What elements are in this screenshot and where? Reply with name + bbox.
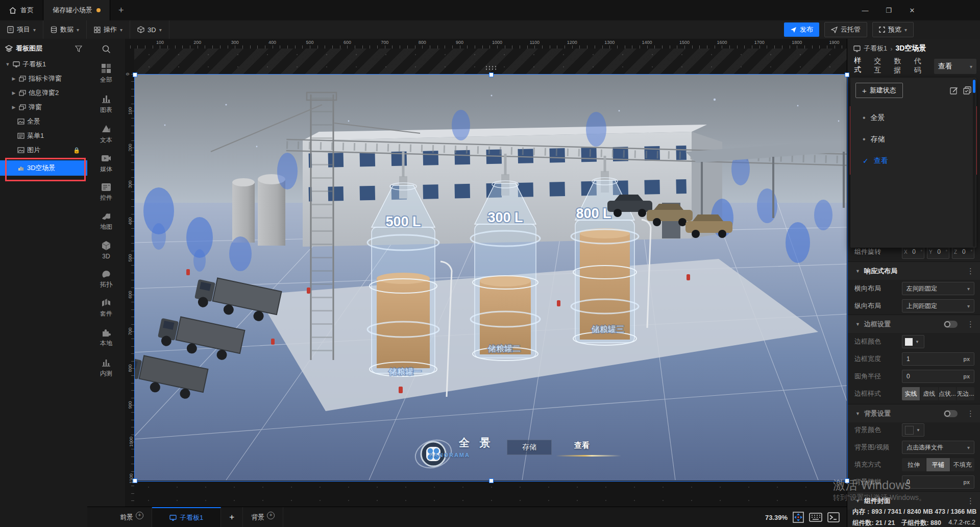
maximize-button[interactable]: ❐ (877, 0, 900, 20)
board-tab-active[interactable]: 子看板1 (152, 507, 221, 527)
state-selector[interactable]: 查看 ▾ (934, 59, 976, 74)
chevron-down-icon: ▾ (970, 64, 972, 69)
keyboard-icon[interactable] (809, 513, 822, 522)
strip-item-beta[interactable]: 内测 (100, 357, 112, 378)
strip-item-map[interactable]: 地图 (100, 211, 112, 231)
v-ruler: 010020030040050060070080090010001100 (125, 49, 135, 507)
menu-3d[interactable]: 3D▾ (130, 20, 169, 39)
fill-mode-row: 填充方式 拉伸 平铺 不填充 (847, 456, 980, 473)
v-layout-select[interactable]: 上间距固定▾ (902, 299, 974, 313)
caret-right-icon[interactable]: ▶ (11, 76, 16, 81)
tab-code[interactable]: 代码 (914, 57, 926, 79)
close-button[interactable]: ✕ (900, 0, 924, 20)
fill-none[interactable]: 不填充 (950, 458, 974, 471)
chevron-down-icon: ▾ (967, 286, 970, 292)
add-foreground-icon[interactable]: + (136, 512, 143, 519)
strip-item-local[interactable]: 本地 (100, 327, 112, 348)
strip-item-text[interactable]: 文本 (100, 124, 112, 145)
border-style-none[interactable]: 无边... (957, 387, 974, 400)
caret-right-icon[interactable]: ▶ (11, 90, 16, 95)
caret-right-icon[interactable]: ▶ (11, 105, 16, 110)
fill-tile[interactable]: 平铺 (926, 458, 951, 471)
border-style-dashed[interactable]: 虚线 (920, 387, 939, 400)
plus-icon: + (862, 86, 867, 95)
strip-item-kit[interactable]: 套件 (100, 298, 112, 318)
caret-down-icon: ▼ (855, 411, 860, 416)
background-color-picker[interactable]: ▼ (902, 423, 924, 437)
preview-button[interactable]: 预览 ▾ (872, 22, 914, 37)
menu-data[interactable]: 数据▾ (43, 20, 87, 39)
tab-style[interactable]: 样式 (854, 56, 866, 80)
home-tab[interactable]: 首页 (0, 0, 43, 20)
publish-button[interactable]: 发布 (784, 22, 819, 37)
caret-down-icon[interactable]: ▼ (5, 62, 10, 67)
tree-item-image[interactable]: 图片 🔒 (0, 143, 87, 157)
tree-item-3d-scene[interactable]: 3D空场景 (0, 160, 87, 176)
home-icon (9, 7, 16, 14)
tree-item-menu1[interactable]: 菜单1 (0, 129, 87, 143)
dropdown-scrollbar[interactable] (973, 79, 975, 247)
kebab-menu-icon[interactable]: ⋮ (967, 267, 974, 276)
state-item-view-active[interactable]: ✓ 查看 (851, 150, 974, 172)
border-style-solid[interactable]: 实线 (902, 387, 920, 400)
scene-view-button[interactable]: 查看 (574, 441, 590, 450)
breadcrumb-root[interactable]: 子看板1 (864, 44, 887, 53)
terminal-icon[interactable] (827, 512, 840, 522)
new-tab-button[interactable]: + (110, 0, 132, 20)
add-board-button[interactable]: + (221, 507, 243, 527)
background-toggle[interactable] (944, 410, 958, 417)
cloud-hosting-button[interactable]: 云托管 (824, 22, 867, 37)
copy-icon[interactable] (963, 86, 971, 94)
border-width-input[interactable]: 1px (902, 352, 974, 366)
strip-item-all[interactable]: 全部 (100, 63, 112, 84)
scene-canvas[interactable]: 500 L 储粮罐一 300 L 储粮罐二 (134, 74, 847, 481)
document-tab[interactable]: 储存罐小场景 (43, 0, 110, 20)
fit-screen-icon[interactable] (793, 512, 804, 523)
zoom-level[interactable]: 73.39% (765, 514, 788, 521)
background-section-header[interactable]: ▼ 背景设置 ⋮ (847, 404, 980, 422)
tree-item-popup-card[interactable]: ▶ 指标卡弹窗 (0, 71, 87, 86)
responsive-section-header[interactable]: ▼ 响应式布局 ⋮ (847, 261, 980, 280)
scene-store-button[interactable]: 存储 (507, 440, 552, 455)
kebab-menu-icon[interactable]: ⋮ (967, 409, 974, 418)
media-icon (101, 154, 111, 163)
minimize-button[interactable]: — (853, 0, 877, 20)
state-item-panorama[interactable]: • 全景 (851, 107, 974, 129)
h-layout-select[interactable]: 左间距固定▾ (902, 282, 974, 295)
add-background-icon[interactable]: + (267, 512, 275, 519)
background-tab[interactable]: 背景 + (243, 507, 283, 527)
corner-radius-input[interactable]: 0px (902, 370, 974, 383)
strip-item-3d[interactable]: 3D (101, 241, 111, 260)
component-drag-handle[interactable] (485, 65, 496, 70)
tree-item-popup-info[interactable]: ▶ 信息弹窗2 (0, 86, 87, 100)
strip-item-chart[interactable]: 图表 (100, 93, 112, 114)
kebab-menu-icon[interactable]: ⋮ (967, 496, 974, 506)
search-icon[interactable] (102, 45, 111, 54)
strip-item-control[interactable]: 控件 (100, 183, 112, 202)
fill-stretch[interactable]: 拉伸 (902, 458, 926, 471)
border-color-picker[interactable]: ▼ (902, 335, 924, 348)
strip-item-topology[interactable]: 拓扑 (100, 269, 112, 289)
border-toggle[interactable] (944, 321, 958, 328)
foreground-tab[interactable]: 前景 + (112, 507, 152, 527)
menu-operate[interactable]: 操作▾ (87, 20, 130, 39)
tree-item-board[interactable]: ▼ 子看板1 (0, 57, 87, 71)
chevron-down-icon: ▾ (159, 27, 162, 33)
edit-icon[interactable] (950, 86, 958, 94)
border-section-header[interactable]: ▼ 边框设置 ⋮ (847, 315, 980, 333)
kebab-menu-icon[interactable]: ⋮ (967, 320, 974, 329)
tab-interaction[interactable]: 交互 (874, 57, 886, 79)
tree-item-popup[interactable]: ▶ 弹窗 (0, 100, 87, 114)
background-media-select[interactable]: 点击选择文件▾ (902, 441, 974, 454)
background-blur-input[interactable]: 0px (902, 475, 974, 489)
menu-project[interactable]: 项目▾ (0, 20, 43, 39)
bullet-icon: • (863, 113, 866, 123)
strip-item-media[interactable]: 媒体 (100, 154, 112, 174)
caret-down-icon: ▼ (855, 322, 860, 327)
state-item-store[interactable]: • 存储 (851, 129, 974, 150)
tab-data[interactable]: 数据 (894, 57, 906, 79)
new-state-button[interactable]: + 新建状态 (855, 83, 903, 98)
filter-icon[interactable] (75, 45, 82, 52)
tree-item-panorama[interactable]: 全景 (0, 114, 87, 129)
border-style-dotted[interactable]: 点状... (939, 387, 957, 400)
